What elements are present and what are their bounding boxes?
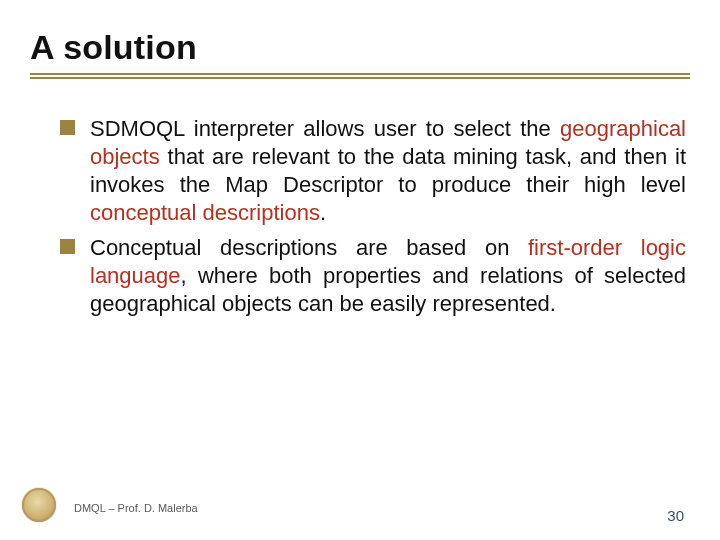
logo-badge-icon xyxy=(22,488,56,522)
bullet-item: Conceptual descriptions are based on fir… xyxy=(60,234,686,318)
footer: DMQL – Prof. D. Malerba 30 xyxy=(0,482,720,518)
title-area: A solution xyxy=(0,0,720,81)
body-text: SDMOQL interpreter allows user to select… xyxy=(90,116,560,141)
bullet-item: SDMOQL interpreter allows user to select… xyxy=(60,115,686,228)
footer-text: DMQL – Prof. D. Malerba xyxy=(74,502,198,514)
highlight-text: conceptual descriptions xyxy=(90,200,320,225)
slide: A solution SDMOQL interpreter allows use… xyxy=(0,0,720,540)
page-number: 30 xyxy=(667,507,684,524)
body-text: . xyxy=(320,200,326,225)
body-text: that are relevant to the data mining tas… xyxy=(90,144,686,197)
body-text: Conceptual descriptions are based on xyxy=(90,235,528,260)
slide-title: A solution xyxy=(30,28,690,67)
body-area: SDMOQL interpreter allows user to select… xyxy=(0,81,720,318)
title-underline xyxy=(30,73,690,79)
